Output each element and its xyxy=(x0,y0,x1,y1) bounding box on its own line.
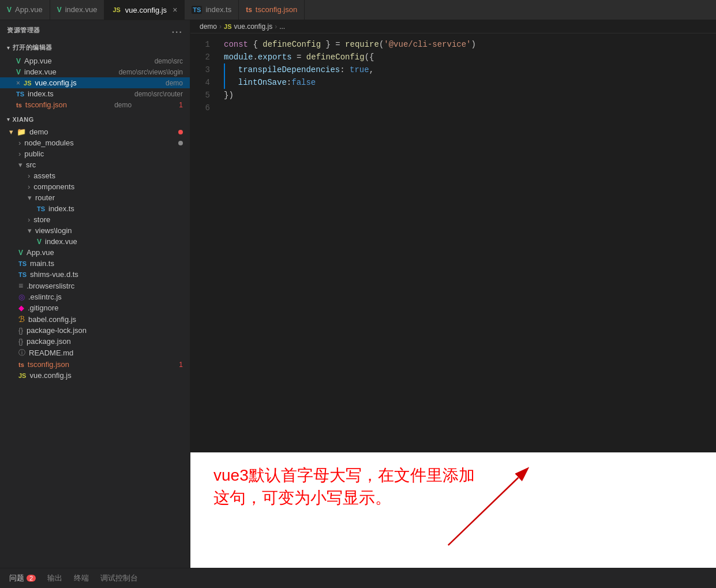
tab-label: 终端 xyxy=(74,573,89,583)
code-line-5: }) xyxy=(224,89,716,102)
code-content: 1 2 3 4 5 6 const { defineConfig } = req… xyxy=(190,33,716,452)
file-babel-config-js[interactable]: ℬ babel.config.js xyxy=(0,313,190,325)
tab-label: vue.config.js xyxy=(125,6,167,14)
chevron-down-icon: ▾ xyxy=(9,128,13,136)
file-label: vue.config.js xyxy=(35,78,76,87)
ts-icon: TS xyxy=(16,91,24,98)
file-shims-vue-d-ts[interactable]: TS shims-vue.d.ts xyxy=(0,269,190,280)
chevron-down-icon: ▾ xyxy=(18,160,23,169)
folder-assets[interactable]: › assets xyxy=(0,170,190,181)
json-icon: ts xyxy=(246,6,252,14)
tab-index-vue[interactable]: V index.vue xyxy=(50,0,105,20)
sidebar-title: 资源管理器 xyxy=(7,26,40,35)
file-eslintrc-js[interactable]: ◎ .eslintrc.js xyxy=(0,291,190,302)
close-icon[interactable]: × xyxy=(16,79,20,87)
file-label: README.md xyxy=(29,349,73,357)
tab-label: 调试控制台 xyxy=(100,573,138,583)
open-editors-section[interactable]: ▾ 打开的编辑器 xyxy=(0,40,190,55)
file-meta: demo xyxy=(166,79,183,87)
file-main-ts[interactable]: TS main.ts xyxy=(0,258,190,269)
chevron-right-icon: › xyxy=(28,182,30,191)
file-gitignore[interactable]: ◆ .gitignore xyxy=(0,302,190,313)
folder-demo[interactable]: ▾ 📁 demo xyxy=(0,126,190,137)
code-line-2: module.exports = defineConfig({ xyxy=(224,51,716,63)
tab-vue-config-js[interactable]: JS vue.config.js × xyxy=(104,0,185,20)
file-label: index.ts xyxy=(48,204,74,213)
file-label: shims-vue.d.ts xyxy=(30,270,78,279)
folder-label: store xyxy=(33,215,50,224)
file-label: main.ts xyxy=(30,259,54,268)
file-readme-md[interactable]: ⓘ README.md xyxy=(0,347,190,359)
file-label: package.json xyxy=(27,337,71,346)
vue-icon: V xyxy=(16,68,21,76)
sidebar-options-button[interactable]: ... xyxy=(172,25,183,35)
open-editor-tsconfig-json[interactable]: ts tsconfig.json demo 1 xyxy=(0,99,190,110)
chevron-down-icon: ▾ xyxy=(28,226,32,235)
folder-src[interactable]: ▾ src xyxy=(0,159,190,170)
vue-icon: V xyxy=(57,6,62,14)
tab-label: tsconfig.json xyxy=(256,5,297,14)
open-editor-index-vue[interactable]: V index.vue demo\src\views\login xyxy=(0,66,190,77)
tab-label: 问题 xyxy=(9,573,24,583)
folder-label: assets xyxy=(33,171,55,180)
tab-bar: V App.vue V index.vue JS vue.config.js ×… xyxy=(0,0,716,20)
git-icon: ◆ xyxy=(18,304,24,312)
file-package-json[interactable]: {} package.json xyxy=(0,336,190,347)
file-label: .gitignore xyxy=(28,304,58,312)
bottom-tab-terminal[interactable]: 终端 xyxy=(74,573,89,583)
code-line-1: const { defineConfig } = require('@vue/c… xyxy=(224,38,716,51)
folder-node-modules[interactable]: › node_modules xyxy=(0,137,190,148)
vue-icon: V xyxy=(7,6,12,14)
file-meta: demo\src xyxy=(155,57,183,65)
info-icon: ⓘ xyxy=(18,348,25,358)
js-icon: JS xyxy=(24,80,31,87)
file-package-lock-json[interactable]: {} package-lock.json xyxy=(0,325,190,336)
folder-store[interactable]: › store xyxy=(0,214,190,225)
eslint-icon: ◎ xyxy=(18,293,25,301)
breadcrumb-sep: › xyxy=(275,23,277,31)
json-icon: ts xyxy=(18,361,24,368)
file-label: App.vue xyxy=(24,57,52,65)
tab-app-vue[interactable]: V App.vue xyxy=(0,0,50,20)
file-tsconfig-json[interactable]: ts tsconfig.json 1 xyxy=(0,359,190,370)
folder-open-icon: 📁 xyxy=(17,128,26,136)
annotation-text: vue3默认首字母大写，在文件里添加这句，可变为小写显示。 xyxy=(213,464,693,509)
file-views-index-vue[interactable]: V index.vue xyxy=(0,236,190,247)
json-braces-icon: {} xyxy=(18,327,23,335)
js-icon: JS xyxy=(224,23,231,30)
tab-index-ts[interactable]: TS index.ts xyxy=(185,0,239,20)
folder-router[interactable]: ▾ router xyxy=(0,192,190,203)
babel-icon: ℬ xyxy=(18,314,25,324)
code-lines: const { defineConfig } = require('@vue/c… xyxy=(219,38,716,448)
tab-tsconfig-json[interactable]: ts tsconfig.json xyxy=(239,0,305,20)
folder-views-login[interactable]: ▾ views\login xyxy=(0,225,190,236)
file-label: package-lock.json xyxy=(27,326,87,335)
file-router-index-ts[interactable]: TS index.ts xyxy=(0,203,190,214)
file-label: tsconfig.json xyxy=(28,360,69,369)
tab-close-button[interactable]: × xyxy=(173,5,177,14)
folder-public[interactable]: › public xyxy=(0,148,190,159)
file-app-vue[interactable]: V App.vue xyxy=(0,247,190,258)
file-browserslistrc[interactable]: ≡ .browserslistrc xyxy=(0,280,190,291)
modified-badge xyxy=(178,130,183,134)
chevron-down-icon: ▾ xyxy=(7,45,10,51)
js-icon: JS xyxy=(18,372,26,379)
open-editor-vue-config-js[interactable]: × JS vue.config.js demo xyxy=(0,77,190,88)
js-icon: JS xyxy=(111,6,121,14)
bottom-tab-output[interactable]: 输出 xyxy=(47,573,62,583)
open-editor-index-ts[interactable]: TS index.ts demo\src\router xyxy=(0,88,190,99)
breadcrumb-demo: demo xyxy=(200,23,217,31)
breadcrumb-dots: ... xyxy=(279,23,285,31)
project-xiang-section[interactable]: ▾ XIANG xyxy=(0,113,190,126)
file-label: index.vue xyxy=(24,68,57,76)
open-editor-app-vue[interactable]: V App.vue demo\src xyxy=(0,55,190,66)
code-editor[interactable]: 1 2 3 4 5 6 const { defineConfig } = req… xyxy=(190,33,716,452)
list-icon: ≡ xyxy=(18,281,23,290)
chevron-down-icon: ▾ xyxy=(28,193,32,202)
main-layout: 资源管理器 ... ▾ 打开的编辑器 V App.vue demo\src V … xyxy=(0,20,716,568)
bottom-tab-debug-console[interactable]: 调试控制台 xyxy=(100,573,138,583)
ts-icon: TS xyxy=(18,260,27,267)
folder-components[interactable]: › components xyxy=(0,181,190,192)
file-vue-config-js[interactable]: JS vue.config.js xyxy=(0,370,190,381)
bottom-tab-problems[interactable]: 问题 2 xyxy=(9,573,36,583)
